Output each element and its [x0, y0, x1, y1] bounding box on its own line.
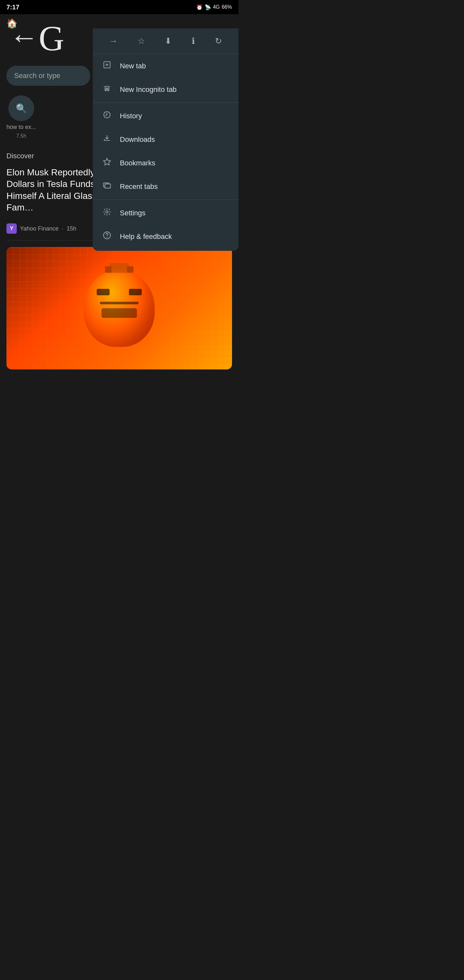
svg-point-3 — [105, 88, 106, 89]
svg-point-12 — [106, 211, 108, 213]
menu-toolbar: → ☆ ⬇ ℹ ↻ — [93, 29, 238, 54]
recent-label: how to ex... — [6, 124, 36, 130]
help-icon — [102, 231, 112, 242]
history-icon — [102, 111, 112, 121]
status-time: 7:17 — [6, 3, 19, 11]
svg-point-14 — [106, 237, 107, 237]
new-tab-icon — [102, 60, 112, 71]
source-name: Yahoo Finance — [20, 225, 59, 232]
recent-icon: 🔍 — [8, 95, 34, 121]
article-time: · — [62, 225, 64, 232]
menu-item-history[interactable]: History — [93, 104, 238, 128]
incognito-label: New Incognito tab — [120, 86, 176, 94]
info-button[interactable]: ℹ — [189, 33, 197, 49]
article-age: 15h — [67, 225, 76, 232]
refresh-button[interactable]: ↻ — [212, 33, 225, 49]
forward-button[interactable]: → — [106, 33, 120, 49]
incognito-icon — [102, 84, 112, 95]
news-article-2[interactable] — [6, 247, 232, 369]
downloads-label: Downloads — [120, 135, 155, 144]
menu-item-recent-tabs[interactable]: Recent tabs — [93, 175, 238, 198]
svg-rect-6 — [107, 90, 109, 91]
svg-marker-9 — [103, 158, 111, 165]
battery-icon: 66% — [222, 4, 232, 10]
search-bar[interactable]: Search or type — [6, 66, 90, 86]
search-placeholder: Search or type — [14, 72, 60, 80]
settings-icon — [102, 208, 112, 218]
news-image-full — [6, 247, 232, 369]
menu-item-help[interactable]: Help & feedback — [93, 225, 238, 248]
separator-1 — [93, 102, 238, 103]
downloads-icon — [102, 134, 112, 145]
status-bar: 7:17 ⏰ 📡 4G 66% — [0, 0, 238, 14]
home-icon[interactable]: 🏠 — [6, 18, 18, 29]
bookmark-button[interactable]: ☆ — [135, 33, 148, 49]
download-button[interactable]: ⬇ — [162, 33, 174, 49]
robot-head — [84, 269, 155, 347]
recent-time: 7.5h — [16, 133, 26, 139]
news-source: Y Yahoo Finance · 15h — [6, 223, 76, 234]
svg-rect-11 — [105, 184, 111, 188]
recent-tabs-label: Recent tabs — [120, 183, 157, 191]
help-label: Help & feedback — [120, 232, 172, 241]
recent-tabs-icon — [102, 181, 112, 192]
menu-item-bookmarks[interactable]: Bookmarks — [93, 151, 238, 175]
menu-item-incognito[interactable]: New Incognito tab — [93, 78, 238, 101]
menu-item-downloads[interactable]: Downloads — [93, 128, 238, 151]
signal-icon: 4G — [213, 4, 220, 10]
menu-item-settings[interactable]: Settings — [93, 201, 238, 225]
status-icons: ⏰ 📡 4G 66% — [196, 4, 232, 10]
bookmarks-icon — [102, 158, 112, 168]
history-label: History — [120, 112, 142, 120]
wifi-icon: 📡 — [205, 4, 211, 10]
svg-rect-5 — [105, 90, 106, 91]
svg-point-4 — [107, 88, 109, 89]
source-logo: Y — [6, 223, 17, 234]
recent-item[interactable]: 🔍 how to ex... 7.5h — [6, 95, 36, 139]
context-menu: → ☆ ⬇ ℹ ↻ New tab — [93, 29, 238, 251]
bookmarks-label: Bookmarks — [120, 159, 155, 167]
settings-label: Settings — [120, 209, 146, 217]
new-tab-label: New tab — [120, 62, 146, 70]
menu-item-new-tab[interactable]: New tab — [93, 54, 238, 78]
alarm-icon: ⏰ — [196, 4, 203, 10]
